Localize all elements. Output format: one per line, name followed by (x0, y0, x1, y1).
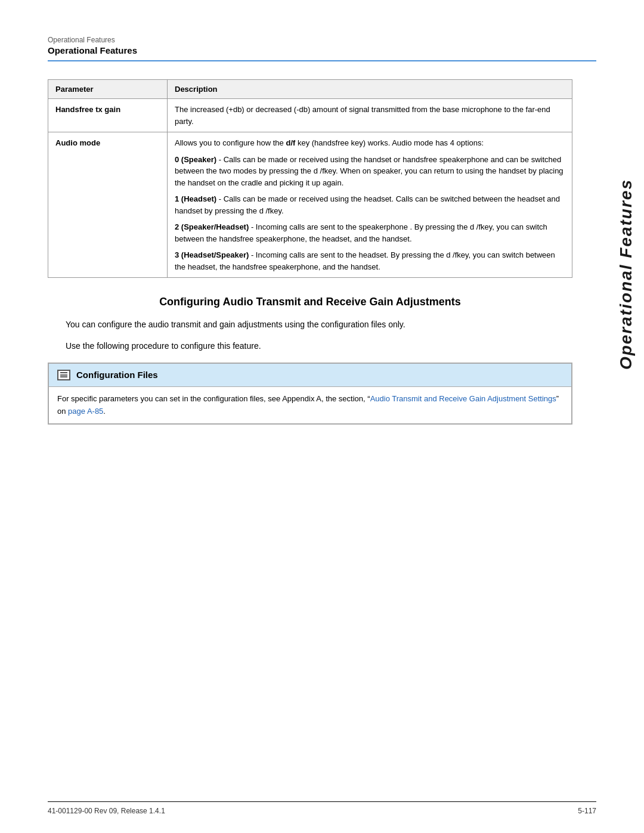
config-page-link[interactable]: page A-85 (68, 407, 103, 416)
audiomode-option2: 2 (Speaker/Headset) - Incoming calls are… (175, 221, 565, 244)
footer-left: 41-001129-00 Rev 09, Release 1.4.1 (48, 807, 165, 815)
col-header-description: Description (168, 80, 572, 99)
param-name-handsfree: Handsfree tx gain (48, 99, 168, 132)
col-header-parameter: Parameter (48, 80, 168, 99)
config-link-text[interactable]: Audio Transmit and Receive Gain Adjustme… (370, 394, 556, 403)
config-box-body: For specific parameters you can set in t… (49, 387, 571, 424)
audiomode-intro: Allows you to configure how the d/f key … (175, 137, 565, 149)
config-body-prefix: For specific parameters you can set in t… (57, 394, 370, 403)
footer-right: 5-117 (578, 807, 596, 815)
footer: 41-001129-00 Rev 09, Release 1.4.1 5-117 (48, 801, 596, 815)
document-icon (57, 370, 70, 380)
parameter-table: Parameter Description Handsfree tx gain … (48, 79, 572, 278)
config-body-suffix: . (103, 407, 106, 416)
breadcrumb-top: Operational Features (48, 36, 596, 44)
header: Operational Features Operational Feature… (0, 0, 644, 67)
section-body: You can configure the audio transmit and… (48, 318, 572, 331)
breadcrumb-main: Operational Features (48, 45, 596, 61)
configuration-files-box: Configuration Files For specific paramet… (48, 363, 572, 425)
config-box-header: Configuration Files (49, 364, 571, 387)
audiomode-option0: 0 (Speaker) - Calls can be made or recei… (175, 154, 565, 189)
audiomode-option3: 3 (Headset/Speaker) - Incoming calls are… (175, 249, 565, 272)
config-box-title: Configuration Files (76, 370, 158, 380)
side-label-text: Operational Features (617, 179, 636, 370)
section-heading: Configuring Audio Transmit and Receive G… (48, 296, 572, 308)
table-row: Audio mode Allows you to configure how t… (48, 132, 572, 278)
param-name-audiomode: Audio mode (48, 132, 168, 278)
audiomode-option1: 1 (Headset) - Calls can be made or recei… (175, 193, 565, 216)
main-content: Parameter Description Handsfree tx gain … (0, 67, 644, 454)
handsfree-desc-text: The increased (+db) or decreased (-db) a… (175, 104, 565, 127)
param-desc-handsfree: The increased (+db) or decreased (-db) a… (168, 99, 572, 132)
table-row: Handsfree tx gain The increased (+db) or… (48, 99, 572, 132)
side-label: Operational Features (608, 72, 644, 477)
use-following-text: Use the following procedure to configure… (48, 339, 572, 352)
page-container: Operational Features Operational Feature… (0, 0, 644, 833)
param-desc-audiomode: Allows you to configure how the d/f key … (168, 132, 572, 278)
